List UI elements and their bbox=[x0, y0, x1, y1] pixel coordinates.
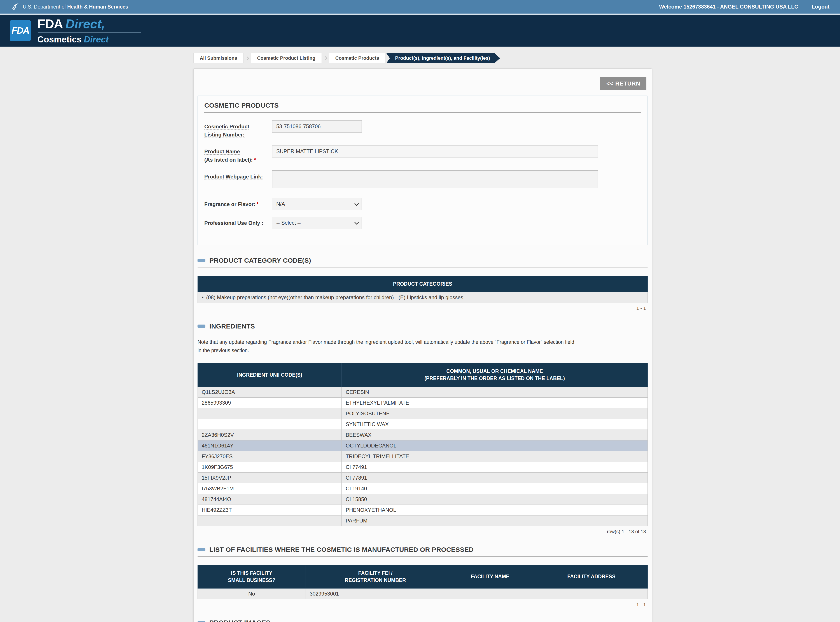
breadcrumb-cosmetic-product-listing[interactable]: Cosmetic Product Listing bbox=[251, 53, 322, 63]
unii-column-header: INGREDIENT UNII CODE(S) bbox=[198, 363, 342, 387]
ingredient-unii-cell: 15FIX9V2JP bbox=[198, 473, 342, 483]
table-row[interactable]: 481744AI4OCI 15850 bbox=[198, 494, 648, 505]
small-business-cell: No bbox=[198, 588, 306, 599]
categories-column-header: PRODUCT CATEGORIES bbox=[198, 276, 648, 292]
ingredient-unii-cell bbox=[198, 515, 342, 526]
ingredient-name-cell: ETHYLHEXYL PALMITATE bbox=[342, 397, 648, 408]
collapse-section-icon[interactable] bbox=[198, 548, 206, 551]
ingredient-unii-cell: 2865993309 bbox=[198, 397, 342, 408]
table-row[interactable]: FY36J270ESTRIDECYL TRIMELLITATE bbox=[198, 451, 648, 462]
table-row[interactable]: 1K09F3G675CI 77491 bbox=[198, 462, 648, 473]
collapse-section-icon[interactable] bbox=[198, 259, 206, 262]
category-value: (08) Makeup preparations (not eye)(other… bbox=[206, 294, 463, 300]
ingredient-name-cell: PARFUM bbox=[342, 515, 648, 526]
app-title-lockup: FDADirect, CosmeticsDirect bbox=[37, 17, 141, 44]
facilities-table: IS THIS FACILITYSMALL BUSINESS? FACILITY… bbox=[198, 565, 648, 599]
collapse-section-icon[interactable] bbox=[198, 621, 206, 622]
logout-link[interactable]: Logout bbox=[812, 4, 829, 10]
professional-use-label: Professional Use Only : bbox=[204, 217, 272, 227]
bullet-icon: • bbox=[202, 294, 203, 300]
ingredient-name-cell: BEESWAX bbox=[342, 430, 648, 440]
ingredient-unii-cell: 481744AI4O bbox=[198, 494, 342, 505]
professional-use-select[interactable]: -- Select -- bbox=[272, 217, 362, 229]
facility-address-cell bbox=[535, 588, 648, 599]
chevron-right-icon bbox=[245, 56, 249, 60]
chevron-down-icon bbox=[354, 220, 359, 225]
section-divider bbox=[198, 267, 648, 267]
listing-number-label: Cosmetic Product Listing Number: bbox=[204, 120, 272, 139]
categories-section-title: PRODUCT CATEGORY CODE(S) bbox=[209, 257, 311, 264]
breadcrumb: All Submissions Cosmetic Product Listing… bbox=[194, 53, 840, 63]
cosmetic-products-panel: COSMETIC PRODUCTS Cosmetic Product Listi… bbox=[198, 96, 648, 245]
fda-logo: FDA bbox=[10, 20, 31, 41]
ingredient-name-cell: OCTYLDODECANOL bbox=[342, 440, 648, 451]
table-row[interactable]: HIE492ZZ3TPHENOXYETHANOL bbox=[198, 505, 648, 515]
fei-number-cell: 3029953001 bbox=[306, 588, 445, 599]
brand-cosmetics-direct-text: Direct bbox=[84, 35, 108, 44]
table-row[interactable]: SYNTHETIC WAX bbox=[198, 419, 648, 430]
brand-header: FDA FDADirect, CosmeticsDirect bbox=[0, 14, 840, 47]
brand-direct-text: Direct, bbox=[66, 17, 105, 31]
table-row[interactable]: 2865993309ETHYLHEXYL PALMITATE bbox=[198, 397, 648, 408]
breadcrumb-cosmetic-products[interactable]: Cosmetic Products bbox=[329, 53, 386, 63]
facility-name-cell bbox=[445, 588, 535, 599]
fragrance-select[interactable]: N/A bbox=[272, 198, 362, 210]
brand-cosmetics-text: Cosmetics bbox=[37, 35, 82, 44]
table-row: •(08) Makeup preparations (not eye)(othe… bbox=[198, 292, 648, 303]
welcome-text: Welcome 15267383641 - ANGEL CONSULTING U… bbox=[659, 4, 798, 10]
table-row: No 3029953001 bbox=[198, 588, 648, 599]
product-name-input[interactable] bbox=[272, 145, 598, 157]
product-name-label: Product Name (As listed on label):* bbox=[204, 145, 272, 163]
breadcrumb-products-ingredients-facilities[interactable]: Product(s), Ingredient(s), and Facility(… bbox=[386, 53, 500, 63]
breadcrumb-all-submissions[interactable]: All Submissions bbox=[194, 53, 244, 63]
listing-number-input[interactable] bbox=[272, 120, 362, 133]
ingredients-table: INGREDIENT UNII CODE(S) COMMON, USUAL OR… bbox=[198, 363, 648, 526]
ingredient-unii-cell bbox=[198, 408, 342, 419]
table-row[interactable]: 2ZA36H0S2VBEESWAX bbox=[198, 430, 648, 440]
fei-column-header: FACILITY FEI /REGISTRATION NUMBER bbox=[306, 565, 445, 588]
ingredient-name-cell: CI 15850 bbox=[342, 494, 648, 505]
table-row[interactable]: POLYISOBUTENE bbox=[198, 408, 648, 419]
table-row[interactable]: Q1LS2UJO3ACERESIN bbox=[198, 387, 648, 397]
ingredient-unii-cell: I753WB2F1M bbox=[198, 483, 342, 494]
ingredient-unii-cell: 2ZA36H0S2V bbox=[198, 430, 342, 440]
ingredient-name-cell: TRIDECYL TRIMELLITATE bbox=[342, 451, 648, 462]
chemical-name-column-header: COMMON, USUAL OR CHEMICAL NAME (PREFERAB… bbox=[342, 363, 648, 387]
return-button[interactable]: << RETURN bbox=[600, 77, 646, 90]
chevron-down-icon bbox=[354, 201, 359, 206]
cosmetic-products-title: COSMETIC PRODUCTS bbox=[204, 102, 641, 113]
hhs-department-label: U.S. Department of Health & Human Servic… bbox=[23, 4, 128, 10]
table-row-selected[interactable]: 461N1O614YOCTYLDODECANOL bbox=[198, 440, 648, 451]
ingredients-note: Note that any update regarding Fragrance… bbox=[198, 338, 648, 355]
webpage-link-input[interactable] bbox=[272, 170, 598, 188]
ingredient-name-cell: CERESIN bbox=[342, 387, 648, 397]
table-row[interactable]: PARFUM bbox=[198, 515, 648, 526]
main-content-card: << RETURN COSMETIC PRODUCTS Cosmetic Pro… bbox=[194, 69, 652, 622]
small-business-column-header: IS THIS FACILITYSMALL BUSINESS? bbox=[198, 565, 306, 588]
pagination: row(s) 1 - 13 of 13 bbox=[198, 529, 646, 535]
table-row[interactable]: 15FIX9V2JPCI 77891 bbox=[198, 473, 648, 483]
header-divider bbox=[805, 3, 805, 11]
required-asterisk: * bbox=[256, 201, 258, 207]
ingredient-name-cell: POLYISOBUTENE bbox=[342, 408, 648, 419]
product-images-section-title: PRODUCT IMAGES bbox=[209, 619, 270, 622]
pagination: 1 - 1 bbox=[198, 602, 646, 608]
brand-fda-text: FDA bbox=[37, 17, 63, 31]
table-row[interactable]: I753WB2F1MCI 19140 bbox=[198, 483, 648, 494]
section-divider bbox=[198, 556, 648, 556]
ingredient-unii-cell bbox=[198, 419, 342, 430]
ingredient-name-cell: CI 19140 bbox=[342, 483, 648, 494]
ingredient-name-cell: CI 77891 bbox=[342, 473, 648, 483]
ingredient-unii-cell: HIE492ZZ3T bbox=[198, 505, 342, 515]
facility-address-column-header: FACILITY ADDRESS bbox=[535, 565, 648, 588]
ingredient-unii-cell: 1K09F3G675 bbox=[198, 462, 342, 473]
ingredient-unii-cell: 461N1O614Y bbox=[198, 440, 342, 451]
hhs-eagle-icon bbox=[11, 2, 20, 11]
ingredient-unii-cell: FY36J270ES bbox=[198, 451, 342, 462]
section-divider bbox=[198, 333, 648, 333]
required-asterisk: * bbox=[254, 157, 256, 163]
collapse-section-icon[interactable] bbox=[198, 325, 206, 328]
facility-name-column-header: FACILITY NAME bbox=[445, 565, 535, 588]
product-categories-table: PRODUCT CATEGORIES •(08) Makeup preparat… bbox=[198, 276, 648, 303]
ingredient-name-cell: PHENOXYETHANOL bbox=[342, 505, 648, 515]
